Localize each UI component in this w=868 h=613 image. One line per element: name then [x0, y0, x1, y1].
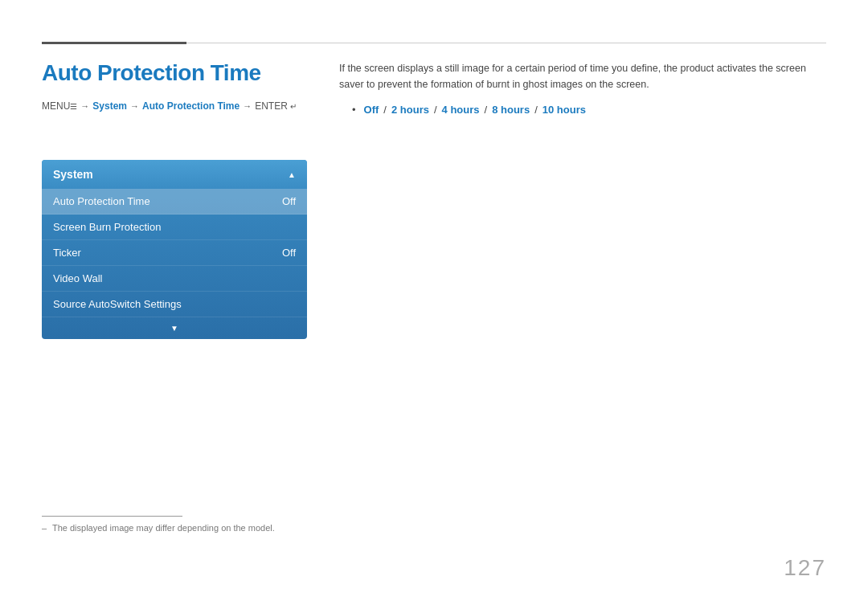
footnote-line — [42, 516, 182, 517]
description-text: If the screen displays a still image for… — [339, 60, 826, 92]
option-2hours: 2 hours — [391, 104, 429, 116]
options-list: Off / 2 hours / 4 hours / 8 hours / 10 h… — [339, 104, 826, 116]
top-line-dark — [42, 42, 186, 44]
top-decorative-lines — [42, 42, 826, 44]
breadcrumb-menu: MENU☰ — [42, 100, 77, 112]
breadcrumb-apt: Auto Protection Time — [142, 100, 240, 112]
menu-item-label-source-autoswitch: Source AutoSwitch Settings — [53, 298, 182, 310]
page-title: Auto Protection Time — [42, 60, 307, 86]
page-number: 127 — [784, 555, 826, 581]
footnote-area: – The displayed image may differ dependi… — [42, 516, 275, 533]
separator-4: / — [534, 104, 538, 116]
menu-item-label-video-wall: Video Wall — [53, 272, 102, 284]
menu-item-auto-protection[interactable]: Auto Protection Time Off — [42, 189, 307, 215]
system-menu-title: System — [53, 168, 93, 181]
breadcrumb-arrow-1: → — [80, 101, 89, 111]
menu-item-label-ticker: Ticker — [53, 247, 81, 259]
top-line-light — [186, 43, 826, 43]
left-panel: Auto Protection Time MENU☰ → System → Au… — [42, 60, 307, 339]
menu-item-value-auto-protection: Off — [282, 195, 296, 207]
breadcrumb-arrow-3: → — [243, 101, 252, 111]
option-4hours: 4 hours — [442, 104, 480, 116]
menu-item-screen-burn[interactable]: Screen Burn Protection — [42, 215, 307, 240]
right-panel: If the screen displays a still image for… — [339, 60, 826, 116]
separator-2: / — [434, 104, 437, 116]
menu-item-video-wall[interactable]: Video Wall — [42, 266, 307, 292]
separator-1: / — [383, 104, 387, 116]
option-10hours: 10 hours — [542, 104, 586, 116]
menu-item-ticker[interactable]: Ticker Off — [42, 240, 307, 266]
breadcrumb: MENU☰ → System → Auto Protection Time → … — [42, 100, 307, 112]
breadcrumb-arrow-2: → — [130, 101, 139, 111]
system-menu-footer: ▼ — [42, 317, 307, 339]
system-menu-header: System ▲ — [42, 160, 307, 189]
menu-item-source-autoswitch[interactable]: Source AutoSwitch Settings — [42, 292, 307, 317]
separator-3: / — [485, 104, 488, 116]
breadcrumb-system: System — [92, 100, 127, 112]
system-menu: System ▲ Auto Protection Time Off Screen… — [42, 160, 307, 339]
option-8hours: 8 hours — [492, 104, 530, 116]
breadcrumb-enter: ENTER ↵ — [255, 100, 297, 112]
chevron-down-icon: ▼ — [170, 324, 178, 333]
footnote-text: – The displayed image may differ dependi… — [42, 523, 275, 533]
main-content: Auto Protection Time MENU☰ → System → Au… — [42, 60, 826, 571]
menu-item-label-screen-burn: Screen Burn Protection — [53, 221, 161, 233]
footnote-content: The displayed image may differ depending… — [52, 523, 275, 533]
menu-item-value-ticker: Off — [282, 247, 296, 259]
option-off: Off — [364, 104, 379, 116]
menu-item-label-auto-protection: Auto Protection Time — [53, 195, 150, 207]
chevron-up-icon: ▲ — [288, 170, 296, 179]
footnote-dash: – — [42, 523, 47, 533]
